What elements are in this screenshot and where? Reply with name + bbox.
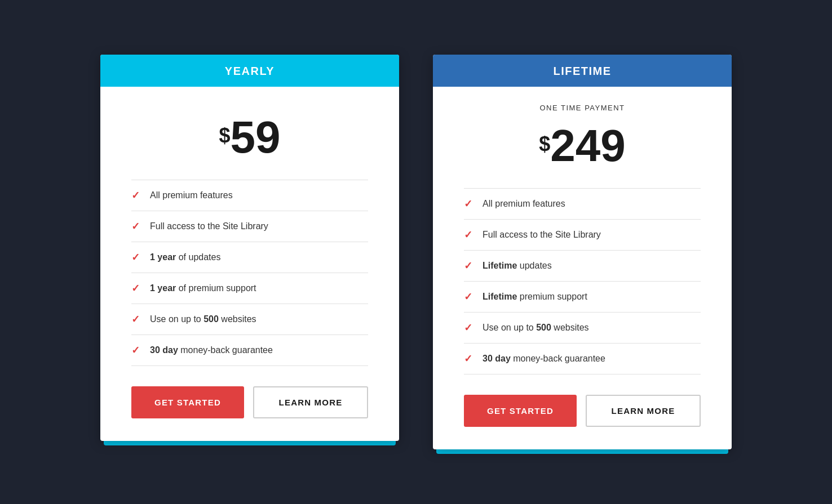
learn-more-button-lifetime[interactable]: LEARN MORE	[586, 395, 701, 427]
list-item: ✓30 day money-back guarantee	[131, 335, 368, 366]
price-amount-lifetime: 249	[550, 121, 625, 171]
feature-text: Lifetime premium support	[483, 292, 587, 302]
buttons-row-yearly: GET STARTEDLEARN MORE	[131, 386, 368, 418]
checkmark-icon: ✓	[464, 353, 472, 365]
checkmark-icon: ✓	[464, 291, 472, 303]
list-item: ✓All premium features	[464, 188, 701, 220]
feature-text: 1 year of premium support	[150, 283, 256, 293]
price-currency-lifetime: $	[539, 132, 550, 156]
feature-text: 30 day money-back guarantee	[150, 345, 273, 355]
checkmark-icon: ✓	[464, 322, 472, 334]
list-item: ✓All premium features	[131, 180, 368, 211]
list-item: ✓Full access to the Site Library	[464, 220, 701, 251]
checkmark-icon: ✓	[464, 229, 472, 241]
feature-text: All premium features	[150, 190, 233, 200]
buttons-row-lifetime: GET STARTEDLEARN MORE	[464, 395, 701, 427]
list-item: ✓1 year of updates	[131, 242, 368, 273]
feature-text: Full access to the Site Library	[150, 221, 268, 231]
card-body-lifetime: ONE TIME PAYMENT$249✓All premium feature…	[433, 87, 732, 449]
features-list-yearly: ✓All premium features✓Full access to the…	[131, 180, 368, 366]
price-container-lifetime: $249	[464, 123, 701, 168]
price-container-yearly: $59	[131, 115, 368, 160]
checkmark-icon: ✓	[131, 344, 140, 356]
list-item: ✓Use on up to 500 websites	[464, 313, 701, 344]
get-started-button-yearly[interactable]: GET STARTED	[131, 386, 244, 418]
price-amount-yearly: 59	[231, 112, 281, 162]
card-body-yearly: $59✓All premium features✓Full access to …	[100, 87, 399, 441]
learn-more-button-yearly[interactable]: LEARN MORE	[253, 386, 368, 418]
checkmark-icon: ✓	[131, 282, 140, 295]
pricing-card-lifetime: LIFETIMEONE TIME PAYMENT$249✓All premium…	[433, 55, 732, 449]
checkmark-icon: ✓	[464, 260, 472, 272]
feature-text: 1 year of updates	[150, 252, 220, 262]
card-header-label-yearly: YEARLY	[225, 65, 275, 77]
pricing-card-yearly: YEARLY$59✓All premium features✓Full acce…	[100, 55, 399, 441]
list-item: ✓1 year of premium support	[131, 273, 368, 304]
checkmark-icon: ✓	[464, 198, 472, 210]
feature-text: Lifetime updates	[483, 261, 552, 271]
checkmark-icon: ✓	[131, 220, 140, 233]
card-header-label-lifetime: LIFETIME	[553, 65, 611, 77]
list-item: ✓30 day money-back guarantee	[464, 344, 701, 374]
card-header-yearly: YEARLY	[100, 55, 399, 87]
checkmark-icon: ✓	[131, 251, 140, 264]
feature-text: All premium features	[483, 199, 565, 209]
list-item: ✓Use on up to 500 websites	[131, 304, 368, 335]
feature-text: Use on up to 500 websites	[150, 314, 256, 324]
pricing-wrapper: YEARLY$59✓All premium features✓Full acce…	[34, 55, 798, 449]
features-list-lifetime: ✓All premium features✓Full access to the…	[464, 188, 701, 374]
get-started-button-lifetime[interactable]: GET STARTED	[464, 395, 577, 427]
card-header-lifetime: LIFETIME	[433, 55, 732, 87]
one-time-payment-label: ONE TIME PAYMENT	[464, 104, 701, 112]
feature-text: Full access to the Site Library	[483, 230, 601, 240]
list-item: ✓Lifetime updates	[464, 251, 701, 282]
feature-text: 30 day money-back guarantee	[483, 354, 605, 364]
checkmark-icon: ✓	[131, 189, 140, 202]
checkmark-icon: ✓	[131, 313, 140, 325]
price-currency-yearly: $	[219, 124, 230, 148]
feature-text: Use on up to 500 websites	[483, 323, 589, 333]
list-item: ✓Lifetime premium support	[464, 282, 701, 313]
list-item: ✓Full access to the Site Library	[131, 211, 368, 242]
